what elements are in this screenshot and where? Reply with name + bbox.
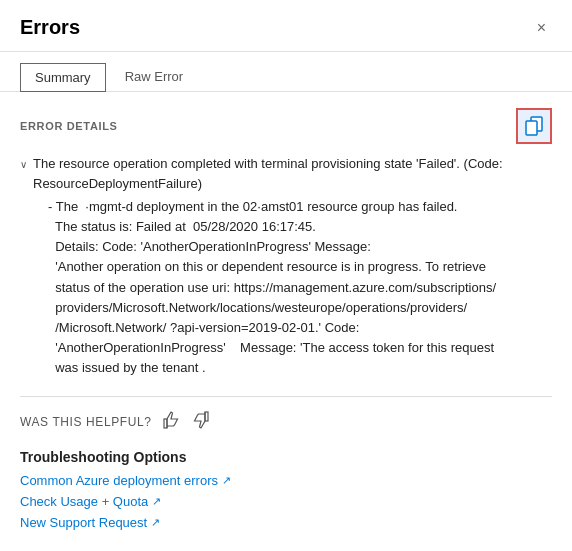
thumbdown-button[interactable] [190, 411, 212, 433]
external-link-icon-2: ↗ [152, 495, 161, 508]
link-item-2: Check Usage + Quota ↗ [20, 494, 552, 509]
tab-summary[interactable]: Summary [20, 63, 106, 92]
collapse-icon[interactable]: ∨ [20, 157, 27, 172]
error-detail-block: - The ·mgmt-d deployment in the 02·amst0… [48, 197, 552, 378]
error-toggle-row: ∨ The resource operation completed with … [20, 154, 552, 193]
thumbup-button[interactable] [160, 411, 182, 433]
copy-icon [524, 116, 544, 136]
link-common-errors[interactable]: Common Azure deployment errors [20, 473, 218, 488]
close-button[interactable]: × [531, 17, 552, 39]
error-block: ∨ The resource operation completed with … [20, 154, 552, 378]
link-check-quota[interactable]: Check Usage + Quota [20, 494, 148, 509]
error-detail-line-2: The status is: Failed at 05/28/2020 16:1… [48, 217, 552, 237]
panel-header: Errors × [0, 0, 572, 52]
helpful-label: WAS THIS HELPFUL? [20, 415, 152, 429]
link-new-support[interactable]: New Support Request [20, 515, 147, 530]
error-details-header: ERROR DETAILS [20, 108, 552, 144]
svg-rect-3 [205, 412, 208, 421]
errors-panel: Errors × Summary Raw Error ERROR DETAILS… [0, 0, 572, 551]
thumbdown-icon [192, 411, 210, 429]
thumbup-icon [162, 411, 180, 429]
external-link-icon-3: ↗ [151, 516, 160, 529]
tab-raw-error[interactable]: Raw Error [110, 62, 199, 91]
tabs-bar: Summary Raw Error [0, 52, 572, 92]
error-details-label: ERROR DETAILS [20, 120, 118, 132]
error-detail-line-3: Details: Code: 'AnotherOperationInProgre… [48, 237, 552, 257]
helpful-row: WAS THIS HELPFUL? [20, 411, 552, 433]
copy-button[interactable] [516, 108, 552, 144]
panel-title: Errors [20, 16, 80, 39]
error-main-text: The resource operation completed with te… [33, 154, 552, 193]
error-detail-line-1: - The ·mgmt-d deployment in the 02·amst0… [48, 197, 552, 217]
divider [20, 396, 552, 397]
svg-rect-2 [164, 419, 167, 428]
error-detail-line-4: 'Another operation on this or dependent … [48, 257, 552, 338]
external-link-icon-1: ↗ [222, 474, 231, 487]
svg-rect-1 [526, 121, 537, 135]
link-item-1: Common Azure deployment errors ↗ [20, 473, 552, 488]
link-item-3: New Support Request ↗ [20, 515, 552, 530]
panel-content: ERROR DETAILS ∨ The resource operation c… [0, 92, 572, 551]
troubleshooting-title: Troubleshooting Options [20, 449, 552, 465]
error-detail-line-5: 'AnotherOperationInProgress' Message: 'T… [48, 338, 552, 378]
